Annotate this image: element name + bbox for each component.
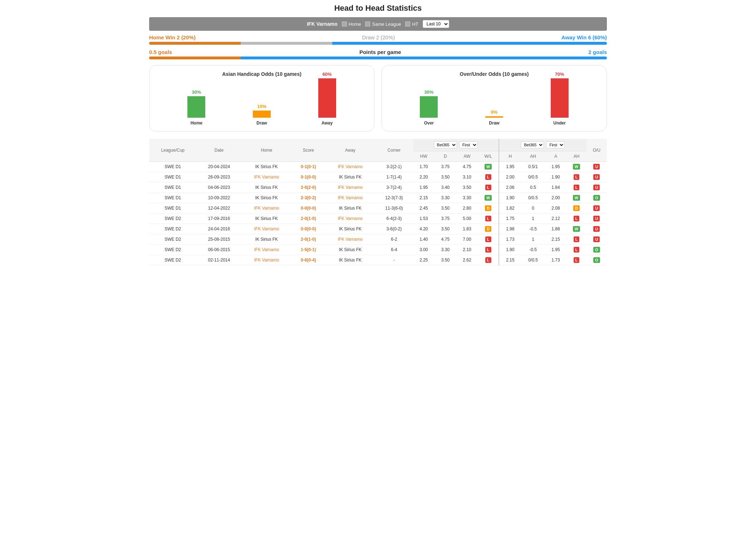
ah-cell: 0/0.5 bbox=[528, 258, 538, 263]
away-cell: IK Sirius FK bbox=[325, 224, 375, 234]
h-cell: 1.82 bbox=[506, 206, 514, 211]
h-cell: 1.98 bbox=[506, 226, 514, 231]
bet365-select-1[interactable]: Bet365 bbox=[434, 141, 457, 148]
date-cell: 02-11-2014 bbox=[208, 258, 230, 263]
matches-table: League/Cup Date Home Score Away Corner B… bbox=[149, 139, 607, 265]
th-corner: Corner bbox=[375, 139, 413, 162]
aw-cell: 2.10 bbox=[463, 247, 471, 252]
hw-cell: 3.00 bbox=[419, 247, 428, 252]
first-select-2[interactable]: First bbox=[546, 141, 565, 148]
ah-cell: 0.5 bbox=[530, 185, 536, 190]
badge: L bbox=[574, 236, 580, 242]
badge: O bbox=[593, 257, 600, 263]
filter-home: Home bbox=[342, 21, 361, 27]
d-cell: 3.50 bbox=[441, 258, 450, 263]
ou-draw-pct: 0% bbox=[491, 109, 498, 115]
home-cell: IK Sirius FK bbox=[241, 162, 291, 172]
a-cell: 2.12 bbox=[551, 216, 560, 221]
badge: L bbox=[485, 216, 491, 221]
win-progress-bar bbox=[149, 42, 607, 45]
table-row: SWE D225-08-2015IK Sirius FK2-0(1-0)IFK … bbox=[149, 234, 607, 245]
aw-cell: 2.62 bbox=[463, 258, 471, 263]
aw-cell: 3.10 bbox=[463, 175, 471, 180]
d-cell: 3.50 bbox=[441, 226, 450, 231]
h-cell: 1.90 bbox=[506, 195, 514, 200]
th-ah: AH bbox=[521, 151, 545, 162]
home-cell: IFK Varnamo bbox=[241, 203, 291, 214]
table-row: SWE D120-04-2024IK Sirius FK0-1(0-1)IFK … bbox=[149, 162, 607, 172]
th-ou: O/U bbox=[586, 139, 607, 162]
league-cell: SWE D1 bbox=[165, 185, 181, 190]
hw-cell: 2.25 bbox=[419, 258, 428, 263]
ah-draw-pct: 10% bbox=[257, 104, 266, 109]
corner-cell: 1-7(1-4) bbox=[387, 175, 402, 180]
hw-cell: 1.40 bbox=[419, 237, 428, 242]
filter-bar: IFK Varnamo Home Same League HT Last 10 … bbox=[149, 17, 607, 31]
draw-label: Draw 2 (20%) bbox=[196, 34, 561, 40]
corner-cell: 6-4 bbox=[391, 247, 397, 252]
aw-cell: 4.75 bbox=[463, 164, 471, 169]
d-cell: 3.30 bbox=[441, 247, 450, 252]
th-a: A bbox=[545, 151, 567, 162]
badge: W bbox=[485, 195, 492, 201]
ah-home-bar bbox=[187, 96, 205, 118]
first-select-1[interactable]: First bbox=[459, 141, 478, 148]
away-cell: IK Sirius FK bbox=[325, 203, 375, 214]
win-stats-row: Home Win 2 (20%) Draw 2 (20%) Away Win 6… bbox=[149, 34, 607, 40]
away-bar bbox=[332, 42, 607, 45]
a-cell: 2.00 bbox=[551, 195, 560, 200]
home-checkbox[interactable] bbox=[342, 21, 347, 26]
h-cell: 2.15 bbox=[506, 258, 514, 263]
ah-cell: 0/0.5 bbox=[528, 195, 538, 200]
d-cell: 3.50 bbox=[441, 206, 450, 211]
h-cell: 1.95 bbox=[506, 164, 514, 169]
same-league-checkbox[interactable] bbox=[365, 21, 370, 26]
d-cell: 3.30 bbox=[441, 195, 450, 200]
d-cell: 4.75 bbox=[441, 237, 450, 242]
bet365-select-2[interactable]: Bet365 bbox=[521, 141, 544, 148]
table-row: SWE D104-06-2023IK Sirius FK2-0(2-0)IFK … bbox=[149, 182, 607, 193]
filter-team: IFK Varnamo bbox=[307, 21, 338, 27]
ah-draw-label: Draw bbox=[256, 121, 267, 126]
ht-checkbox[interactable] bbox=[405, 21, 410, 26]
table-row: SWE D217-09-2016IK Sirius FK2-0(1-0)IFK … bbox=[149, 214, 607, 224]
a-cell: 1.95 bbox=[551, 247, 560, 252]
ah-away-col: 60% Away bbox=[318, 72, 336, 126]
th-d: D bbox=[435, 151, 456, 162]
h-cell: 2.06 bbox=[506, 185, 514, 190]
score-cell: 2-0(1-0) bbox=[292, 214, 325, 224]
badge: L bbox=[485, 257, 491, 263]
ou-over-label: Over bbox=[424, 121, 434, 126]
th-home: Home bbox=[241, 139, 291, 162]
ah-cell: 1 bbox=[532, 216, 534, 221]
table-row: SWE D112-04-2022IFK Varnamo0-0(0-0)IK Si… bbox=[149, 203, 607, 214]
league-cell: SWE D2 bbox=[165, 216, 181, 221]
ah-cell: 0 bbox=[532, 206, 534, 211]
date-cell: 17-09-2016 bbox=[208, 216, 230, 221]
away-cell: IFK Varnamo bbox=[325, 193, 375, 203]
date-cell: 20-04-2024 bbox=[208, 164, 230, 169]
date-cell: 10-09-2022 bbox=[208, 195, 230, 200]
points-home-label: 0.5 goals bbox=[149, 49, 172, 55]
filter-same-league: Same League bbox=[365, 21, 401, 27]
ou-draw-col: 0% Draw bbox=[485, 109, 503, 126]
score-cell: 1-5(0-1) bbox=[292, 245, 325, 255]
date-cell: 24-04-2016 bbox=[208, 226, 230, 231]
d-cell: 3.50 bbox=[441, 175, 450, 180]
home-cell: IK Sirius FK bbox=[241, 193, 291, 203]
away-win-label: Away Win 6 (60%) bbox=[561, 34, 607, 40]
th-group-ou: Bet365 First bbox=[499, 139, 586, 151]
badge: O bbox=[593, 195, 600, 201]
badge: L bbox=[574, 247, 580, 253]
last-select[interactable]: Last 10 Last 20 Last 30 bbox=[423, 20, 449, 28]
score-cell: 0-6(0-4) bbox=[292, 255, 325, 265]
pts-home-bar bbox=[149, 57, 241, 59]
table-row: SWE D202-11-2014IFK Varnamo0-6(0-4)IK Si… bbox=[149, 255, 607, 265]
home-cell: IK Sirius FK bbox=[241, 182, 291, 193]
table-row: SWE D224-04-2016IFK Varnamo0-0(0-0)IK Si… bbox=[149, 224, 607, 234]
score-cell: 0-1(0-0) bbox=[292, 172, 325, 182]
aw-cell: 3.50 bbox=[463, 185, 471, 190]
th-league: League/Cup bbox=[149, 139, 197, 162]
date-cell: 06-06-2015 bbox=[208, 247, 230, 252]
league-cell: SWE D2 bbox=[165, 247, 181, 252]
